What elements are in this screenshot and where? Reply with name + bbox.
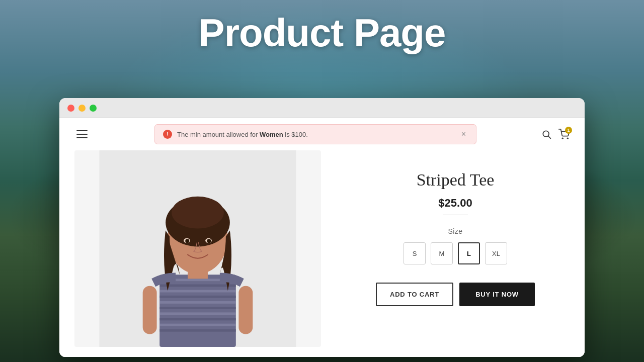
buy-now-button[interactable]: BUY IT NOW bbox=[459, 283, 535, 306]
alert-banner: ! The min amount allowed for Women is $1… bbox=[154, 124, 476, 144]
page-title: Product Page bbox=[0, 10, 644, 56]
svg-rect-11 bbox=[159, 307, 236, 309]
page-title-section: Product Page bbox=[0, 10, 644, 56]
search-icon bbox=[541, 129, 551, 139]
add-to-cart-button[interactable]: ADD TO CART bbox=[376, 283, 453, 306]
svg-point-3 bbox=[567, 138, 568, 139]
action-buttons: ADD TO CART BUY IT NOW bbox=[376, 283, 535, 306]
product-details: Striped Tee $25.00 Size S M L XL ADD TO … bbox=[336, 150, 585, 357]
product-image-container bbox=[74, 150, 321, 347]
product-image bbox=[74, 150, 321, 347]
svg-rect-15 bbox=[159, 329, 236, 332]
alert-message: The min amount allowed for Women is $100… bbox=[177, 131, 454, 138]
hamburger-menu-button[interactable] bbox=[74, 128, 90, 140]
product-price: $25.00 bbox=[438, 197, 472, 210]
product-name: Striped Tee bbox=[417, 170, 495, 190]
svg-rect-26 bbox=[143, 286, 157, 334]
browser-window: ! The min amount allowed for Women is $1… bbox=[59, 98, 585, 357]
search-button[interactable] bbox=[541, 129, 551, 139]
alert-close-button[interactable]: × bbox=[459, 130, 468, 138]
cart-button[interactable]: 1 bbox=[558, 129, 570, 140]
hamburger-line-1 bbox=[76, 130, 88, 131]
size-button-xl[interactable]: XL bbox=[485, 242, 507, 264]
window-close-button[interactable] bbox=[67, 105, 74, 112]
browser-content: ! The min amount allowed for Women is $1… bbox=[59, 118, 585, 357]
size-options: S M L XL bbox=[404, 242, 507, 264]
window-maximize-button[interactable] bbox=[90, 105, 97, 112]
cart-badge: 1 bbox=[565, 127, 572, 134]
size-button-m[interactable]: M bbox=[431, 242, 453, 264]
size-button-s[interactable]: S bbox=[404, 242, 426, 264]
browser-chrome bbox=[59, 98, 585, 118]
svg-rect-13 bbox=[159, 318, 236, 321]
size-label: Size bbox=[448, 227, 462, 235]
alert-suffix: is $100. bbox=[283, 131, 308, 138]
alert-icon: ! bbox=[163, 130, 172, 139]
svg-rect-7 bbox=[159, 285, 236, 287]
hamburger-line-2 bbox=[76, 134, 88, 135]
svg-rect-27 bbox=[238, 286, 253, 334]
product-area: Striped Tee $25.00 Size S M L XL ADD TO … bbox=[59, 150, 585, 357]
svg-line-1 bbox=[548, 136, 551, 139]
svg-point-23 bbox=[185, 239, 189, 243]
svg-point-24 bbox=[207, 239, 211, 243]
hamburger-line-3 bbox=[76, 137, 88, 138]
svg-rect-8 bbox=[159, 290, 236, 293]
svg-point-25 bbox=[172, 197, 224, 229]
price-divider bbox=[443, 215, 468, 215]
window-buttons bbox=[67, 105, 97, 112]
alert-prefix: The min amount allowed for bbox=[177, 131, 260, 138]
svg-point-2 bbox=[562, 138, 563, 139]
svg-rect-9 bbox=[159, 296, 236, 298]
svg-rect-12 bbox=[159, 312, 236, 315]
alert-bold: Women bbox=[260, 131, 283, 138]
svg-rect-14 bbox=[159, 324, 236, 326]
svg-rect-10 bbox=[159, 301, 236, 304]
header-icons: 1 bbox=[541, 129, 570, 140]
window-minimize-button[interactable] bbox=[78, 105, 86, 112]
store-header: ! The min amount allowed for Women is $1… bbox=[59, 118, 585, 150]
size-button-l[interactable]: L bbox=[458, 242, 480, 264]
